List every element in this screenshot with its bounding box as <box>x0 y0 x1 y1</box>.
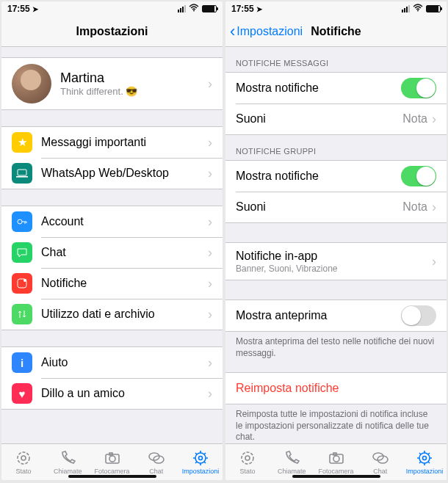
toggle-switch[interactable] <box>401 166 436 186</box>
back-button[interactable]: ‹ Impostazioni <box>230 16 303 46</box>
reset-notifications-cell[interactable]: Reimposta notifiche <box>225 373 447 404</box>
tab-status[interactable]: Stato <box>225 444 270 480</box>
nav-title: Impostazioni <box>76 25 148 38</box>
chats-icon <box>372 449 389 467</box>
home-indicator <box>68 475 156 478</box>
svg-point-7 <box>21 456 26 460</box>
svg-point-17 <box>245 456 250 460</box>
svg-point-11 <box>149 453 159 460</box>
laptop-icon <box>12 163 32 184</box>
wifi-icon <box>189 4 199 14</box>
inapp-notifications-cell[interactable]: Notifiche in-app Banner, Suoni, Vibrazio… <box>225 243 447 280</box>
tab-status[interactable]: Stato <box>1 444 46 480</box>
svg-point-9 <box>109 456 115 462</box>
camera-icon <box>328 449 345 467</box>
info-icon: i <box>12 352 32 373</box>
svg-point-16 <box>242 452 253 464</box>
svg-point-22 <box>377 456 388 463</box>
svg-point-12 <box>153 456 164 463</box>
svg-point-23 <box>419 453 430 463</box>
show-preview-cell[interactable]: Mostra anteprima <box>225 300 447 331</box>
bell-icon <box>12 273 32 294</box>
status-time: 17:55 <box>7 4 30 14</box>
svg-rect-1 <box>18 170 26 175</box>
chevron-right-icon: › <box>208 276 212 291</box>
svg-point-19 <box>333 456 339 462</box>
chevron-right-icon: › <box>432 254 436 269</box>
tab-settings[interactable]: Impostazioni <box>402 444 447 480</box>
home-indicator <box>292 475 380 478</box>
notifications-screen: 17:55 ➤ ‹ Impostazioni Notifiche NOTIFIC… <box>225 1 447 480</box>
svg-point-13 <box>195 453 206 463</box>
signal-icon <box>402 5 410 12</box>
battery-icon <box>426 5 441 12</box>
section-group-notifications: NOTIFICHE GRUPPI <box>225 135 447 160</box>
chevron-right-icon: › <box>208 355 212 371</box>
profile-status: Think different. 😎 <box>60 86 137 97</box>
section-message-notifications: NOTIFICHE MESSAGGI <box>225 47 447 72</box>
chevron-right-icon: › <box>208 386 212 402</box>
chevron-right-icon: › <box>208 214 212 230</box>
svg-point-5 <box>24 279 26 282</box>
whatsapp-web-cell[interactable]: WhatsApp Web/Desktop › <box>1 158 223 189</box>
profile-name: Martina <box>60 70 137 86</box>
location-icon: ➤ <box>256 5 262 13</box>
phone-icon <box>59 449 76 467</box>
gear-icon <box>416 449 433 467</box>
chevron-right-icon: › <box>432 200 436 215</box>
battery-icon <box>202 5 217 12</box>
svg-point-15 <box>417 10 419 12</box>
account-cell[interactable]: Account › <box>1 206 223 237</box>
chat-icon <box>12 242 32 263</box>
key-icon <box>12 211 32 232</box>
profile-cell[interactable]: Martina Think different. 😎 › <box>1 58 223 109</box>
svg-point-3 <box>18 219 22 224</box>
svg-point-0 <box>193 10 195 12</box>
tab-settings[interactable]: Impostazioni <box>178 444 223 480</box>
nav-bar: Impostazioni <box>1 16 223 47</box>
status-icon <box>239 449 256 467</box>
chevron-right-icon: › <box>208 307 212 322</box>
wifi-icon <box>413 4 423 14</box>
toggle-switch[interactable] <box>401 305 436 326</box>
msg-show-notifications-cell[interactable]: Mostra notifiche <box>225 73 447 104</box>
status-icon <box>15 449 32 467</box>
tell-friend-cell[interactable]: ♥ Dillo a un amico › <box>1 378 223 409</box>
toggle-switch[interactable] <box>401 78 436 98</box>
settings-screen: 17:55 ➤ Impostazioni Martina Think diffe… <box>1 1 223 480</box>
nav-title: Notifiche <box>311 25 361 38</box>
data-usage-cell[interactable]: Utilizzo dati e archivio › <box>1 299 223 330</box>
svg-point-14 <box>198 457 202 460</box>
group-sound-cell[interactable]: Suoni Nota › <box>225 192 447 222</box>
svg-point-6 <box>18 452 29 464</box>
chevron-left-icon: ‹ <box>230 23 235 40</box>
chats-icon <box>148 449 165 467</box>
group-show-notifications-cell[interactable]: Mostra notifiche <box>225 161 447 192</box>
chevron-right-icon: › <box>208 135 212 150</box>
location-icon: ➤ <box>32 5 38 13</box>
heart-icon: ♥ <box>12 383 32 404</box>
starred-messages-cell[interactable]: ★ Messaggi importanti › <box>1 127 223 158</box>
chevron-right-icon: › <box>432 112 436 127</box>
arrows-icon <box>12 304 32 324</box>
svg-rect-2 <box>16 176 28 178</box>
chat-cell[interactable]: Chat › <box>1 237 223 268</box>
avatar <box>12 64 51 104</box>
status-bar: 17:55 ➤ <box>225 1 447 16</box>
gear-icon <box>192 449 209 467</box>
preview-footer: Mostra anteprima del testo nelle notific… <box>225 332 447 368</box>
svg-point-24 <box>422 457 426 460</box>
phone-icon <box>283 449 300 467</box>
chevron-right-icon: › <box>208 245 212 261</box>
chevron-right-icon: › <box>208 166 212 181</box>
help-cell[interactable]: i Aiuto › <box>1 347 223 378</box>
star-icon: ★ <box>12 132 32 153</box>
svg-point-21 <box>373 453 383 460</box>
msg-sound-cell[interactable]: Suoni Nota › <box>225 104 447 134</box>
reset-footer: Reimposta tutte le impostazioni di notif… <box>225 404 447 443</box>
notifications-cell[interactable]: Notifiche › <box>1 268 223 299</box>
signal-icon <box>178 5 186 12</box>
status-bar: 17:55 ➤ <box>1 1 223 16</box>
camera-icon <box>104 449 121 467</box>
nav-bar: ‹ Impostazioni Notifiche <box>225 16 447 47</box>
